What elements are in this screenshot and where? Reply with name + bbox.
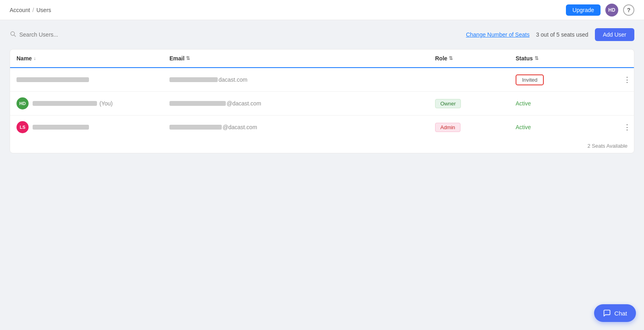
role-badge: Owner — [435, 99, 461, 108]
you-label: (You) — [99, 100, 113, 107]
col-role[interactable]: Role ⇅ — [429, 50, 509, 67]
user-email-blurred — [169, 125, 222, 130]
top-navigation: Account / Users Upgrade HD ? — [0, 0, 644, 20]
chat-button[interactable]: Chat — [594, 304, 636, 322]
seats-info: 3 out of 5 seats used — [536, 31, 588, 38]
breadcrumb-account[interactable]: Account — [10, 7, 30, 13]
breadcrumb-users[interactable]: Users — [36, 7, 51, 13]
actions-cell: ⋮ — [614, 68, 634, 91]
table-row: dacast.comInvited⋮ — [10, 68, 634, 92]
role-badge: Admin — [435, 123, 460, 132]
col-name[interactable]: Name ↓ — [10, 50, 163, 67]
users-table: Name ↓ Email ⇅ Role ⇅ Status ⇅ dacast.co… — [10, 49, 634, 153]
status-cell: Invited — [509, 69, 614, 91]
search-input[interactable] — [19, 31, 108, 38]
table-body: dacast.comInvited⋮HD(You)@dacast.comOwne… — [10, 68, 634, 139]
email-suffix: @dacast.com — [223, 124, 257, 130]
col-actions — [614, 50, 634, 67]
change-seats-link[interactable]: Change Number of Seats — [466, 31, 530, 38]
user-name-blurred — [17, 77, 89, 82]
user-email-blurred — [169, 77, 218, 82]
avatar[interactable]: HD — [605, 4, 618, 16]
search-wrapper — [10, 31, 108, 39]
toolbar-right: Change Number of Seats 3 out of 5 seats … — [466, 28, 634, 41]
chat-label: Chat — [614, 310, 627, 317]
sort-role-icon: ⇅ — [449, 56, 453, 61]
name-cell — [10, 72, 163, 88]
name-cell: HD(You) — [10, 92, 163, 115]
email-suffix: @dacast.com — [227, 100, 261, 107]
status-cell: Active — [509, 118, 614, 136]
col-email[interactable]: Email ⇅ — [163, 50, 429, 67]
breadcrumb-separator: / — [33, 7, 34, 13]
more-options-button[interactable]: ⋮ — [620, 74, 634, 86]
user-name-blurred — [33, 125, 89, 130]
sort-status-icon: ⇅ — [535, 56, 539, 61]
email-cell: @dacast.com — [163, 95, 429, 112]
status-cell: Active — [509, 95, 614, 112]
name-cell: LS — [10, 116, 163, 139]
status-badge-active: Active — [516, 100, 531, 107]
more-options-button[interactable]: ⋮ — [620, 121, 634, 133]
user-name-blurred — [33, 101, 97, 106]
email-cell: dacast.com — [163, 71, 429, 89]
role-cell — [429, 74, 509, 85]
svg-line-1 — [14, 35, 16, 37]
toolbar: Change Number of Seats 3 out of 5 seats … — [10, 28, 634, 41]
col-status[interactable]: Status ⇅ — [509, 50, 614, 67]
search-icon — [10, 31, 16, 39]
status-badge-active: Active — [516, 124, 531, 130]
nav-right: Upgrade HD ? — [566, 4, 634, 16]
email-suffix: dacast.com — [219, 76, 248, 83]
avatar: LS — [17, 121, 29, 133]
actions-cell: ⋮ — [614, 116, 634, 139]
role-cell: Owner — [429, 93, 509, 114]
main-content: Change Number of Seats 3 out of 5 seats … — [0, 20, 644, 330]
table-row: LS@dacast.comAdminActive⋮ — [10, 116, 634, 139]
seats-available: 2 Seats Available — [10, 139, 634, 153]
user-email-blurred — [169, 101, 226, 106]
status-badge-invited: Invited — [516, 74, 544, 85]
actions-cell — [614, 98, 634, 109]
table-row: HD(You)@dacast.comOwnerActive — [10, 92, 634, 116]
table-header: Name ↓ Email ⇅ Role ⇅ Status ⇅ — [10, 50, 634, 68]
email-cell: @dacast.com — [163, 118, 429, 136]
sort-email-icon: ⇅ — [186, 56, 190, 61]
sort-name-icon: ↓ — [33, 56, 36, 61]
help-icon[interactable]: ? — [623, 4, 634, 16]
role-cell: Admin — [429, 117, 509, 138]
add-user-button[interactable]: Add User — [595, 28, 634, 41]
upgrade-button[interactable]: Upgrade — [566, 4, 601, 16]
avatar: HD — [17, 97, 29, 109]
chat-bubble-icon — [603, 309, 611, 317]
breadcrumb: Account / Users — [10, 7, 51, 13]
